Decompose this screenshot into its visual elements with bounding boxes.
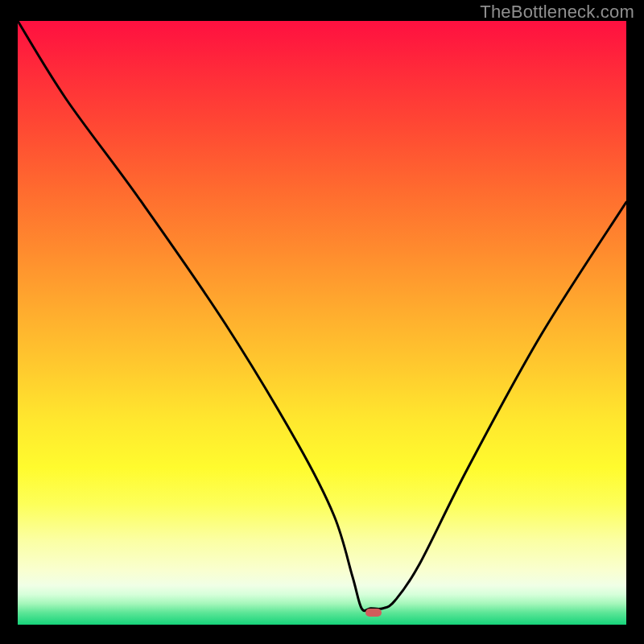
plot-area	[18, 21, 626, 625]
bottleneck-curve	[18, 21, 626, 611]
curve-svg	[18, 21, 626, 625]
optimal-marker	[365, 609, 382, 617]
chart-container: TheBottleneck.com	[0, 0, 644, 644]
watermark-text: TheBottleneck.com	[480, 2, 634, 23]
